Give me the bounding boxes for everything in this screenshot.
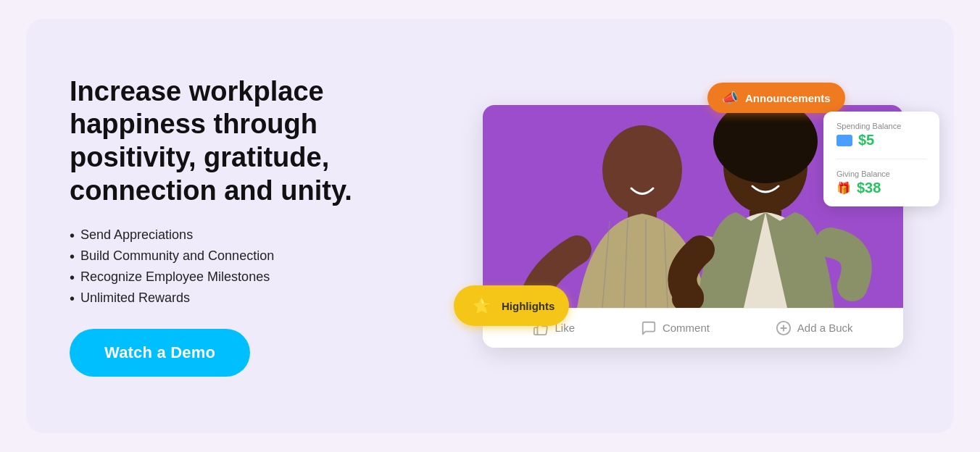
comment-icon xyxy=(641,320,657,336)
bullet-text-1: Send Appreciations xyxy=(80,227,193,243)
bullet-dot-2: • xyxy=(70,249,75,264)
watch-demo-button[interactable]: Watch a Demo xyxy=(70,329,250,377)
hero-card: Increase workplace happiness through pos… xyxy=(26,19,954,433)
add-buck-label: Add a Buck xyxy=(797,322,853,334)
bullet-text-2: Build Community and Connection xyxy=(80,248,274,264)
highlights-badge[interactable]: ⭐ Highlights xyxy=(454,285,569,326)
bullet-item-4: • Unlimited Rewards xyxy=(70,290,432,306)
megaphone-icon: 📣 xyxy=(722,90,738,106)
bullet-text-3: Recognize Employee Milestones xyxy=(80,269,270,285)
bullet-list: • Send Appreciations • Build Community a… xyxy=(70,227,432,306)
spending-balance-label: Spending Balance xyxy=(836,122,926,130)
svg-point-1 xyxy=(602,125,682,215)
giving-balance-amount: 🎁 $38 xyxy=(836,180,926,196)
headline: Increase workplace happiness through pos… xyxy=(70,75,432,207)
announcements-badge[interactable]: 📣 Announcements xyxy=(707,83,845,113)
bullet-item-3: • Recognize Employee Milestones xyxy=(70,269,432,285)
comment-label: Comment xyxy=(663,322,710,334)
giving-balance-value: $38 xyxy=(857,180,881,196)
bullet-item-2: • Build Community and Connection xyxy=(70,248,432,264)
highlights-label: Highlights xyxy=(502,300,555,312)
bullet-dot: • xyxy=(70,228,75,243)
gift-icon: 🎁 xyxy=(836,181,851,195)
card-icon xyxy=(836,135,852,146)
star-icon: ⭐ xyxy=(468,293,494,319)
left-section: Increase workplace happiness through pos… xyxy=(70,75,432,377)
add-buck-action[interactable]: Add a Buck xyxy=(776,320,853,336)
balance-card: Spending Balance $5 Giving Balance 🎁 $38 xyxy=(823,112,939,206)
announcements-label: Announcements xyxy=(745,92,831,104)
bullet-dot-3: • xyxy=(70,270,75,285)
bullet-text-4: Unlimited Rewards xyxy=(80,290,190,306)
giving-balance-item: Giving Balance 🎁 $38 xyxy=(836,170,926,196)
spending-balance-value: $5 xyxy=(858,132,874,148)
giving-balance-label: Giving Balance xyxy=(836,170,926,178)
right-section: 📣 Announcements xyxy=(476,54,910,398)
spending-balance-amount: $5 xyxy=(836,132,926,148)
bullet-dot-4: • xyxy=(70,291,75,306)
bullet-item-1: • Send Appreciations xyxy=(70,227,432,243)
comment-action[interactable]: Comment xyxy=(641,320,710,336)
balance-divider xyxy=(836,159,926,159)
dollar-icon xyxy=(776,320,792,336)
balance-row: Spending Balance $5 Giving Balance 🎁 $38 xyxy=(836,122,926,196)
spending-balance-item: Spending Balance $5 xyxy=(836,122,926,148)
